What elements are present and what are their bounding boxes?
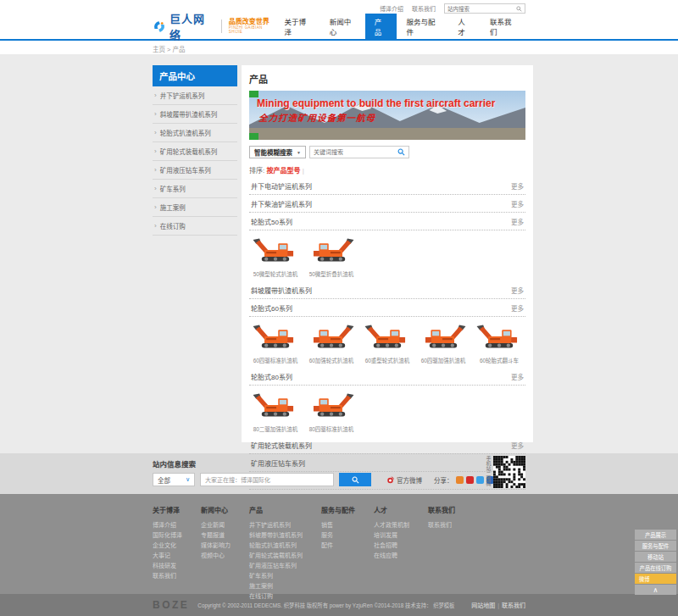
footer-link[interactable]: 企业文化	[153, 541, 182, 551]
official-weibo-link[interactable]: 官方微博	[386, 475, 422, 485]
product-series-title[interactable]: 斜坡履带扒渣机系列	[251, 286, 312, 295]
product-series-title[interactable]: 轮胎式60系列	[251, 303, 292, 313]
nav-item[interactable]: 服务与配件	[397, 14, 448, 39]
product-series-title[interactable]: 井下电动铲运机系列	[251, 181, 312, 191]
chevron-right-icon: ›	[154, 147, 157, 155]
weibo-share-icon[interactable]	[466, 476, 474, 484]
nav-item[interactable]: 联系我们	[481, 14, 525, 39]
sidebar-item[interactable]: ›井下铲运机系列	[153, 86, 237, 105]
sidebar-item[interactable]: ›矿车系列	[153, 180, 237, 198]
product-card[interactable]: 60轮胎式翻斗车	[475, 324, 524, 364]
footer-link[interactable]: 服务	[321, 530, 355, 541]
footer-link[interactable]: 联系我们	[428, 520, 455, 530]
more-link[interactable]: 更多	[511, 303, 524, 313]
search-icon[interactable]	[516, 6, 522, 12]
product-image	[308, 392, 354, 420]
sidebar-item[interactable]: ›轮胎式扒渣机系列	[153, 124, 237, 142]
bottom-link[interactable]: 网站地图	[471, 602, 495, 608]
more-link[interactable]: 更多	[511, 286, 524, 295]
nav-item[interactable]: 新闻中心	[320, 14, 365, 39]
sidebar-item[interactable]: ›斜坡履带扒渣机系列	[153, 105, 237, 124]
more-link[interactable]: 更多	[511, 181, 524, 191]
footer-link[interactable]: 科技研发	[153, 561, 182, 571]
footer-link[interactable]: 企业新闻	[201, 520, 231, 530]
float-button[interactable]: 产品展示	[635, 530, 676, 540]
footer-link[interactable]: 销售	[321, 520, 355, 530]
nav-item[interactable]: 人才	[448, 14, 481, 39]
footer-column: 人才人才政策机制培训发展社会招聘在线应聘	[374, 505, 409, 602]
footer-link[interactable]: 联系我们	[153, 571, 182, 581]
sidebar-item[interactable]: ›矿用轮式装载机系列	[153, 142, 237, 161]
footer-link[interactable]: 大事记	[153, 551, 182, 561]
nav-item[interactable]: 关于博泽	[275, 14, 320, 39]
product-series-row: 井下柴油铲运机系列更多	[249, 195, 525, 213]
product-series-title[interactable]: 井下柴油铲运机系列	[251, 199, 312, 208]
product-name: 80四驱标准扒渣机	[307, 425, 356, 433]
site-search-box[interactable]	[444, 3, 525, 14]
keyword-search-input[interactable]	[314, 149, 397, 155]
product-card[interactable]: 50微型轮式扒渣机	[251, 237, 300, 278]
footer-link[interactable]: 矿车系列	[249, 571, 303, 581]
footer-search-category-select[interactable]: 全部 ∨	[153, 473, 195, 486]
footer-link[interactable]: 配件	[321, 541, 355, 551]
footer-link[interactable]: 专题报道	[201, 530, 231, 541]
product-series-title[interactable]: 矿用轮式装载机系列	[251, 441, 312, 450]
footer-column-title: 服务与配件	[321, 505, 355, 514]
breadcrumb: 主页 > 产品	[153, 41, 525, 53]
product-card[interactable]: 60重型轮式扒渣机	[363, 324, 412, 364]
float-button[interactable]: 产品在线订购	[635, 563, 676, 573]
more-link[interactable]: 更多	[511, 217, 524, 226]
footer-link[interactable]: 培训发展	[374, 530, 409, 541]
float-button[interactable]: 服务与配件	[635, 541, 676, 551]
footer-link[interactable]: 施工案例	[249, 581, 303, 591]
qzone-share-icon[interactable]	[476, 476, 484, 484]
footer-link[interactable]: 矿用液压钻车系列	[249, 561, 303, 571]
product-card[interactable]: 80二驱加强扒渣机	[251, 392, 300, 433]
footer-link[interactable]: 斜坡履带扒渣机系列	[249, 530, 303, 541]
product-series-title[interactable]: 轮胎式50系列	[251, 217, 292, 226]
footer-search-button[interactable]	[339, 473, 371, 486]
product-banner[interactable]: Mining equipment to build the first airc…	[249, 91, 525, 140]
more-link[interactable]: 更多	[511, 372, 524, 381]
footer-link[interactable]: 媒体影响力	[201, 541, 231, 551]
footer-link[interactable]: 矿用轮式装载机系列	[249, 551, 303, 561]
keyword-search-box[interactable]	[309, 146, 409, 158]
footer-link[interactable]: 博泽介绍	[153, 520, 182, 530]
sidebar-item[interactable]: ›在线订购	[153, 217, 237, 236]
product-card[interactable]: 60四驱标准扒渣机	[251, 324, 300, 364]
logo[interactable]: 巨人网络 品质改变世界 PINZHI GAIBIAN SHIJIE	[153, 10, 275, 42]
float-button[interactable]: 微博	[635, 574, 676, 584]
product-series-title[interactable]: 轮胎式80系列	[251, 372, 292, 381]
footer-column: 新闻中心企业新闻专题报道媒体影响力视频中心	[201, 505, 231, 602]
sort-by-model[interactable]: 按产品型号	[266, 167, 300, 175]
sidebar-item-label: 矿用轮式装载机系列	[160, 147, 218, 156]
product-card[interactable]: 80四驱标准扒渣机	[307, 392, 356, 433]
more-link[interactable]: 更多	[511, 199, 524, 208]
search-icon[interactable]	[397, 148, 405, 156]
footer-link[interactable]: 人才政策机制	[374, 520, 409, 530]
footer-link[interactable]: 轮胎式扒渣机系列	[249, 541, 303, 551]
bottom-link[interactable]: 联系我们	[502, 602, 525, 608]
product-card[interactable]: 50微型折叠扒渣机	[307, 237, 356, 278]
tieba-share-icon[interactable]	[456, 476, 464, 484]
footer-link[interactable]: 社会招聘	[374, 541, 409, 551]
search-mode-select[interactable]: 智能模糊搜索 ▼	[249, 146, 306, 158]
back-to-top-button[interactable]: ∧	[635, 585, 676, 595]
topbar-link[interactable]: 博泽介绍	[380, 4, 403, 13]
footer-link[interactable]: 在线应聘	[374, 551, 409, 561]
product-card[interactable]: 60加强轮式扒渣机	[307, 324, 356, 364]
caret-down-icon: ▼	[297, 150, 301, 155]
footer-link[interactable]: 井下铲运机系列	[249, 520, 303, 530]
sidebar-item[interactable]: ›矿用液压钻车系列	[153, 161, 237, 180]
topbar-link[interactable]: 联系我们	[412, 4, 436, 13]
product-card[interactable]: 60四驱加强扒渣机	[419, 324, 468, 364]
nav-item-active[interactable]: 产品	[365, 14, 397, 39]
footer-link[interactable]: 视频中心	[201, 551, 231, 561]
footer-link[interactable]: 国际化博泽	[153, 530, 182, 541]
float-button[interactable]: 移动站	[635, 552, 676, 562]
footer-search-input[interactable]	[200, 473, 334, 486]
site-search-input[interactable]	[447, 6, 516, 12]
more-link[interactable]: 更多	[511, 441, 524, 450]
breadcrumb-home[interactable]: 主页	[153, 46, 165, 53]
sidebar-item[interactable]: ›施工案例	[153, 198, 237, 217]
